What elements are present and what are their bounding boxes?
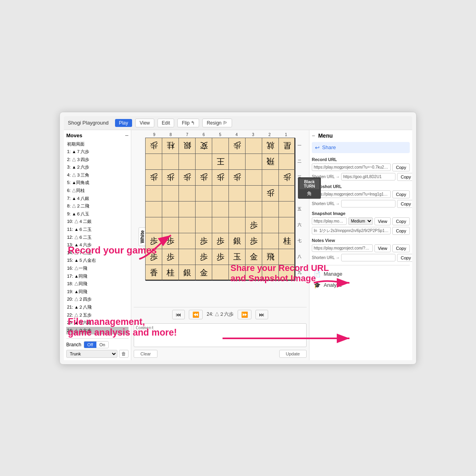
move-item-2[interactable]: 2: △３四歩	[66, 156, 129, 164]
move-item-10[interactable]: 10: △４二銀	[66, 218, 129, 226]
move-item-1[interactable]: 1: ▲７六歩	[66, 148, 129, 156]
cell-7-4[interactable]	[179, 186, 196, 202]
move-item-22[interactable]: 22: △２五歩	[66, 311, 129, 319]
kifu-copy-button[interactable]: Copy	[392, 227, 410, 235]
cell-3-6[interactable]: 歩	[246, 217, 262, 233]
move-item-4[interactable]: 4: △３三角	[66, 171, 129, 179]
snapshot-url-input[interactable]	[312, 190, 391, 198]
moves-minimize-button[interactable]: −	[125, 132, 129, 139]
analyze-menu-item[interactable]: 🎓 Analyze	[312, 280, 410, 291]
cell-5-1[interactable]	[212, 138, 229, 154]
cell-4-1[interactable]: 歩	[229, 138, 246, 154]
cell-7-1[interactable]: 銀	[179, 138, 196, 154]
cell-4-4[interactable]	[229, 186, 246, 202]
cell-1-1[interactable]: 星	[279, 138, 296, 154]
branch-off-button[interactable]: Off	[84, 342, 96, 348]
record-url-copy-button[interactable]: Copy	[392, 163, 410, 171]
cell-9-7[interactable]: 歩	[146, 233, 162, 249]
cell-7-9[interactable]: 銀	[179, 265, 196, 281]
cell-9-8[interactable]: 歩	[146, 249, 162, 265]
move-item-19[interactable]: 19: ▲同飛	[66, 288, 129, 296]
cell-4-8[interactable]: 玉	[229, 249, 246, 265]
cell-7-6[interactable]	[179, 217, 196, 233]
nav-next-button[interactable]: ⏩	[238, 310, 251, 319]
manage-menu-item[interactable]: 📄 Manage	[312, 269, 410, 280]
cell-9-1[interactable]: 歩	[146, 138, 162, 154]
snapshot-image-copy-button[interactable]: Copy	[392, 217, 410, 225]
cell-3-5[interactable]	[246, 202, 262, 217]
cell-1-8[interactable]	[279, 249, 296, 265]
cell-2-8[interactable]: 飛	[262, 249, 279, 265]
cell-4-5[interactable]	[229, 202, 246, 217]
cell-8-7[interactable]: 歩	[162, 233, 179, 249]
cell-4-9[interactable]	[229, 265, 246, 281]
cell-1-2[interactable]	[279, 154, 296, 170]
view-button[interactable]: View	[135, 119, 154, 127]
cell-8-3[interactable]: 歩	[162, 170, 179, 186]
cell-8-5[interactable]	[162, 202, 179, 217]
move-item-0[interactable]: 初期局面	[66, 140, 129, 148]
cell-5-4[interactable]	[212, 186, 229, 202]
move-item-18[interactable]: 18: △同飛	[66, 280, 129, 288]
cell-9-2[interactable]	[146, 154, 162, 170]
move-item-5[interactable]: 5: ▲同角成	[66, 179, 129, 187]
move-item-24[interactable]: 24: △２六歩	[66, 327, 129, 335]
cell-3-1[interactable]	[246, 138, 262, 154]
move-item-13[interactable]: 13: ▲４六歩	[66, 241, 129, 249]
cell-4-6[interactable]	[229, 217, 246, 233]
cell-5-9[interactable]	[212, 265, 229, 281]
play-button[interactable]: Play	[115, 119, 132, 127]
cell-3-9[interactable]	[246, 265, 262, 281]
cell-3-3[interactable]	[246, 170, 262, 186]
cell-5-6[interactable]	[212, 217, 229, 233]
move-item-9[interactable]: 9: ▲６八玉	[66, 210, 129, 218]
cell-5-3[interactable]: 歩	[212, 170, 229, 186]
cell-8-6[interactable]	[162, 217, 179, 233]
cell-8-8[interactable]: 歩	[162, 249, 179, 265]
edit-button[interactable]: Edit	[157, 119, 175, 127]
cell-2-7[interactable]	[262, 233, 279, 249]
cell-2-1[interactable]: 就	[262, 138, 279, 154]
cell-7-5[interactable]	[179, 202, 196, 217]
cell-2-4[interactable]: 歩	[262, 186, 279, 202]
nav-last-button[interactable]: ⏭	[255, 310, 268, 319]
nav-first-button[interactable]: ⏮	[172, 310, 185, 319]
clear-button[interactable]: Clear	[134, 350, 157, 358]
cell-2-6[interactable]	[262, 217, 279, 233]
snapshot-image-view-button[interactable]: View	[374, 217, 391, 225]
branch-delete-button[interactable]: 🗑	[119, 350, 129, 358]
cell-6-6[interactable]	[196, 217, 212, 233]
share-row[interactable]: ↩ Share	[312, 142, 410, 153]
cell-1-4[interactable]	[279, 186, 296, 202]
comment-textarea[interactable]	[134, 323, 307, 347]
cell-3-2[interactable]	[246, 154, 262, 170]
record-url-shorten-copy-button[interactable]: Copy	[397, 173, 412, 181]
cell-4-3[interactable]: 歩	[229, 170, 246, 186]
cell-2-2[interactable]: 飛	[262, 154, 279, 170]
cell-5-7[interactable]: 歩	[212, 233, 229, 249]
move-item-15[interactable]: 15: ▲５八金右	[66, 257, 129, 265]
move-item-23[interactable]: 23: ▲３六銀	[66, 319, 129, 327]
menu-minimize-button[interactable]: −	[312, 132, 315, 139]
move-item-21[interactable]: 21: ▲２八飛	[66, 303, 129, 311]
cell-9-4[interactable]	[146, 186, 162, 202]
cell-7-3[interactable]: 歩	[179, 170, 196, 186]
cell-6-7[interactable]: 歩	[196, 233, 212, 249]
notes-view-button[interactable]: View	[374, 244, 391, 252]
cell-6-3[interactable]: 歩	[196, 170, 212, 186]
move-item-12[interactable]: 12: △６二玉	[66, 234, 129, 242]
flip-button[interactable]: Flip ↰	[177, 119, 199, 127]
kifu-url-input[interactable]	[312, 227, 391, 234]
cell-6-9[interactable]: 金	[196, 265, 212, 281]
resign-button[interactable]: Resign 🏳	[202, 119, 232, 127]
notes-url-input[interactable]	[312, 244, 373, 252]
cell-7-7[interactable]	[179, 233, 196, 249]
cell-2-3[interactable]	[262, 170, 279, 186]
notes-shorten-result[interactable]	[341, 254, 395, 261]
cell-4-7[interactable]: 銀	[229, 233, 246, 249]
shogi-board[interactable]: 歩 桂 銀 変 歩 就 星	[145, 138, 295, 280]
cell-8-2[interactable]	[162, 154, 179, 170]
cell-6-4[interactable]	[196, 186, 212, 202]
cell-6-5[interactable]	[196, 202, 212, 217]
cell-7-2[interactable]	[179, 154, 196, 170]
